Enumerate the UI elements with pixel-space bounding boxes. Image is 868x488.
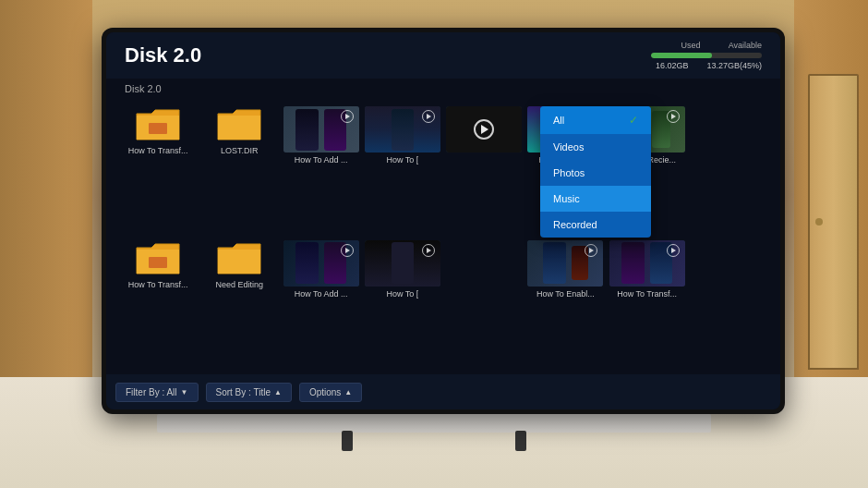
list-item[interactable]: How To [ (365, 240, 440, 369)
thumb-inner (365, 240, 440, 287)
list-item[interactable]: How To Enabl... (527, 240, 603, 369)
play-icon-small (341, 110, 354, 123)
dropdown-item-photos[interactable]: Photos (540, 160, 651, 186)
play-icon-small (585, 244, 597, 257)
tv-leg-left (342, 431, 353, 451)
folder-icon (216, 240, 262, 277)
dropdown-item-all[interactable]: All ✓ (540, 106, 651, 134)
dropdown-item-music[interactable]: Music (540, 186, 651, 212)
storage-values: 16.02GB 13.27GB(45%) (656, 61, 762, 70)
dropdown-item-recorded[interactable]: Recorded (540, 212, 651, 238)
video-thumbnail (283, 240, 359, 287)
check-icon: ✓ (629, 114, 638, 127)
thumb-inner (446, 106, 522, 152)
dropdown-item-label: Music (553, 193, 580, 204)
video-thumbnail (609, 240, 685, 287)
breadcrumb: Disk 2.0 (125, 83, 162, 94)
list-item[interactable]: Need Editing (201, 240, 277, 369)
list-item[interactable]: How To Add ... (283, 240, 359, 369)
file-label: How To [ (386, 155, 418, 165)
list-item[interactable] (446, 106, 522, 235)
options-button[interactable]: Options ▲ (299, 383, 362, 402)
thumb-inner (283, 106, 359, 152)
thumb-inner (609, 240, 685, 287)
sort-label: Sort By : Title (216, 387, 271, 397)
file-label: How To Enabl... (536, 289, 595, 299)
folder-icon (135, 106, 181, 143)
file-label: How To Transf... (128, 146, 188, 155)
file-label: LOST.DIR (221, 146, 259, 155)
content-area: How To Transf... LOST.DIR (115, 102, 771, 372)
file-label: How To Add ... (295, 155, 348, 165)
tv-stand (157, 414, 711, 433)
door-handle (815, 218, 823, 226)
thumb-inner (527, 240, 603, 287)
list-item-empty (691, 240, 766, 369)
file-label: How To Add ... (295, 289, 348, 299)
folder-icon (216, 106, 262, 143)
storage-info: Used Available 16.02GB 13.27GB(45%) (651, 41, 762, 70)
file-label: Need Editing (216, 280, 264, 289)
storage-bar (651, 53, 762, 58)
play-icon-center (474, 119, 494, 140)
file-label: How To Transf... (617, 289, 677, 299)
dropdown-item-label: Recorded (553, 219, 597, 230)
list-item-empty (446, 240, 522, 369)
play-icon-small (422, 244, 435, 257)
storage-bar-fill (651, 53, 712, 58)
list-item[interactable]: How To [ (365, 106, 440, 235)
list-item[interactable]: How To Transf... (120, 106, 196, 235)
storage-labels: Used Available (681, 41, 762, 50)
options-arrow-icon: ▲ (344, 388, 352, 396)
list-item[interactable]: How To Add ... (283, 106, 359, 235)
dropdown-item-label: Photos (553, 167, 585, 178)
app-header: Disk 2.0 Used Available 16.02GB 13.27GB(… (106, 32, 780, 79)
list-item[interactable]: How To Transf... (120, 240, 196, 369)
sort-arrow-icon: ▲ (274, 388, 282, 396)
available-label: Available (729, 41, 762, 50)
tv-legs (342, 431, 526, 451)
tv-screen: Disk 2.0 Used Available 16.02GB 13.27GB(… (106, 32, 780, 409)
tv-body: Disk 2.0 Used Available 16.02GB 13.27GB(… (102, 28, 785, 414)
filter-arrow-icon: ▼ (181, 388, 188, 396)
play-icon-small (422, 110, 435, 123)
svg-rect-1 (149, 257, 167, 268)
filter-button[interactable]: Filter By : All ▼ (115, 383, 199, 402)
bottom-toolbar: Filter By : All ▼ Sort By : Title ▲ Opti… (106, 374, 780, 409)
dropdown-item-label: All (553, 115, 564, 126)
list-item-empty (691, 106, 766, 235)
tv-leg-right (515, 431, 526, 451)
video-thumbnail (283, 106, 359, 152)
file-label: How To [ (386, 289, 418, 299)
file-label: How To Transf... (128, 280, 188, 289)
svg-rect-0 (149, 123, 167, 134)
folder-icon (135, 240, 181, 277)
thumb-inner (365, 106, 440, 152)
filter-dropdown: All ✓ Videos Photos Music Recorded (540, 106, 651, 238)
sort-button[interactable]: Sort By : Title ▲ (206, 383, 292, 402)
video-thumbnail (365, 106, 440, 152)
play-icon-small (667, 110, 680, 123)
video-thumbnail (446, 106, 522, 152)
play-icon-small (667, 244, 680, 257)
used-label: Used (681, 41, 701, 50)
door (808, 74, 859, 370)
list-item[interactable]: How To Transf... (609, 240, 685, 369)
used-value: 16.02GB (656, 61, 689, 70)
available-value: 13.27GB(45%) (706, 61, 762, 70)
filter-label: Filter By : All (126, 387, 177, 397)
storage-bar-container (651, 53, 762, 58)
app-title: Disk 2.0 (125, 43, 201, 67)
dropdown-item-label: Videos (553, 141, 584, 152)
video-thumbnail (527, 240, 603, 287)
thumb-inner (283, 240, 359, 287)
room-background: Disk 2.0 Used Available 16.02GB 13.27GB(… (0, 0, 868, 488)
dropdown-item-videos[interactable]: Videos (540, 134, 651, 160)
video-thumbnail (365, 240, 440, 287)
options-label: Options (309, 387, 341, 397)
play-icon-small (341, 244, 354, 257)
list-item[interactable]: LOST.DIR (201, 106, 277, 235)
